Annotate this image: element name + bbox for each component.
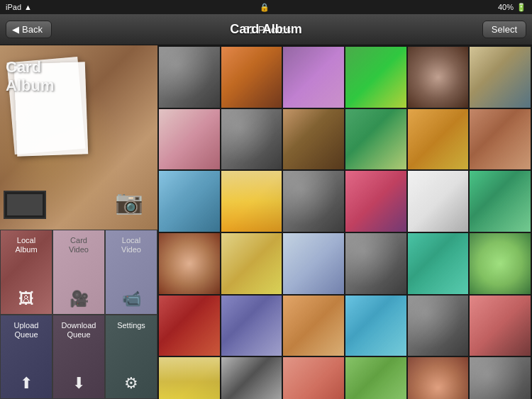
photo-thumbnail <box>283 296 344 356</box>
select-button[interactable]: Select <box>482 21 526 38</box>
back-label: Back <box>22 24 43 35</box>
upload-icon: ⬆ <box>20 374 33 393</box>
photo-cell[interactable] <box>283 233 344 294</box>
menu-item-settings[interactable]: Settings ⚙ <box>105 315 157 400</box>
photo-thumbnail <box>470 296 531 356</box>
photo-thumbnail <box>221 171 282 232</box>
photo-thumbnail <box>345 171 406 232</box>
photo-cell[interactable] <box>221 296 282 356</box>
camera-icon: 📷 <box>115 189 143 215</box>
photo-cell[interactable] <box>159 296 220 356</box>
photo-thumbnail <box>283 171 344 232</box>
photo-thumbnail <box>408 171 469 232</box>
main-layout: CardAlbum 📷 LocalAlbum 🖼 CardVideo 🎥 Loc… <box>0 45 532 399</box>
menu-item-download-queue[interactable]: DownloadQueue ⬇ <box>52 315 105 400</box>
photo-cell[interactable] <box>470 171 531 232</box>
photo-thumbnail <box>470 233 531 294</box>
photo-thumbnail <box>408 357 469 399</box>
photo-thumbnail <box>283 233 344 294</box>
menu-label-download-queue: DownloadQueue <box>62 321 96 339</box>
photo-cell[interactable] <box>221 233 282 294</box>
photo-grid[interactable] <box>157 45 532 399</box>
photo-cell[interactable] <box>408 109 469 170</box>
download-icon: ⬇ <box>72 374 85 393</box>
back-button[interactable]: ◀ Back <box>6 21 52 38</box>
carrier-label: iPad <box>6 3 21 11</box>
photo-thumbnail <box>283 109 344 170</box>
photo-cell[interactable] <box>470 357 531 399</box>
settings-icon: ⚙ <box>124 374 138 393</box>
status-bar: iPad ▲ 🔒 40% 🔋 <box>0 0 532 14</box>
photo-thumbnail <box>159 109 220 170</box>
photo-cell[interactable] <box>283 109 344 170</box>
card-video-icon: 🎥 <box>70 290 89 308</box>
menu-label-upload-queue: UploadQueue <box>14 321 39 339</box>
photo-cell[interactable] <box>345 357 406 399</box>
local-album-icon: 🖼 <box>18 290 34 308</box>
photo-thumbnail <box>283 47 344 108</box>
photo-thumbnail <box>408 296 469 356</box>
photo-thumbnail <box>159 357 220 399</box>
photo-cell[interactable] <box>345 47 406 108</box>
photo-cell[interactable] <box>283 47 344 108</box>
photo-thumbnail <box>221 357 282 399</box>
photo-thumbnail <box>470 47 531 108</box>
menu-grid: LocalAlbum 🖼 CardVideo 🎥 LocalVideo 📹 Up… <box>0 230 157 399</box>
photo-thumbnail <box>283 357 344 399</box>
photo-cell[interactable] <box>159 357 220 399</box>
photo-cell[interactable] <box>221 357 282 399</box>
photo-cell[interactable] <box>345 109 406 170</box>
menu-item-local-video[interactable]: LocalVideo 📹 <box>105 230 157 315</box>
photo-thumbnail <box>159 233 220 294</box>
photo-cell[interactable] <box>221 47 282 108</box>
photo-cell[interactable] <box>408 296 469 356</box>
sidebar: CardAlbum 📷 LocalAlbum 🖼 CardVideo 🎥 Loc… <box>0 45 157 399</box>
photo-thumbnail <box>470 171 531 232</box>
photo-cell[interactable] <box>283 296 344 356</box>
photo-cell[interactable] <box>470 47 531 108</box>
photo-thumbnail <box>159 47 220 108</box>
nav-bar: ◀ Back Card Album 61 Photos Select <box>0 14 532 45</box>
photo-cell[interactable] <box>470 109 531 170</box>
lock-icon: 🔒 <box>260 3 270 12</box>
photo-cell[interactable] <box>470 233 531 294</box>
menu-label-local-album: LocalAlbum <box>15 236 37 254</box>
photo-thumbnail <box>408 233 469 294</box>
status-right: 40% 🔋 <box>498 3 526 12</box>
menu-item-card-video[interactable]: CardVideo 🎥 <box>52 230 105 315</box>
menu-item-upload-queue[interactable]: UploadQueue ⬆ <box>0 315 52 400</box>
photo-cell[interactable] <box>159 171 220 232</box>
photo-cell[interactable] <box>408 171 469 232</box>
photo-thumbnail <box>408 109 469 170</box>
menu-item-local-album[interactable]: LocalAlbum 🖼 <box>0 230 52 315</box>
photo-thumbnail <box>345 233 406 294</box>
photo-thumbnail <box>221 233 282 294</box>
photo-cell[interactable] <box>283 357 344 399</box>
photo-cell[interactable] <box>221 109 282 170</box>
photo-cell[interactable] <box>345 171 406 232</box>
photo-thumbnail <box>470 357 531 399</box>
back-chevron-icon: ◀ <box>12 24 19 35</box>
album-cover[interactable]: CardAlbum 📷 <box>0 45 157 230</box>
photo-thumbnail <box>345 47 406 108</box>
photo-cell[interactable] <box>408 233 469 294</box>
photo-thumbnail <box>159 171 220 232</box>
wifi-icon: ▲ <box>24 3 32 11</box>
photo-thumbnail <box>221 109 282 170</box>
battery-icon: 🔋 <box>516 3 526 12</box>
photo-cell[interactable] <box>470 296 531 356</box>
photo-cell[interactable] <box>159 109 220 170</box>
photo-cell[interactable] <box>408 47 469 108</box>
photo-thumbnail <box>345 109 406 170</box>
photo-cell[interactable] <box>159 233 220 294</box>
photo-thumbnail <box>345 357 406 399</box>
photo-cell[interactable] <box>283 171 344 232</box>
photo-cell[interactable] <box>408 357 469 399</box>
photo-thumbnail <box>221 47 282 108</box>
photo-cell[interactable] <box>221 171 282 232</box>
photo-cell[interactable] <box>159 47 220 108</box>
photo-cell[interactable] <box>345 296 406 356</box>
photo-thumbnail <box>221 296 282 356</box>
photo-cell[interactable] <box>345 233 406 294</box>
status-left: iPad ▲ <box>6 3 32 11</box>
